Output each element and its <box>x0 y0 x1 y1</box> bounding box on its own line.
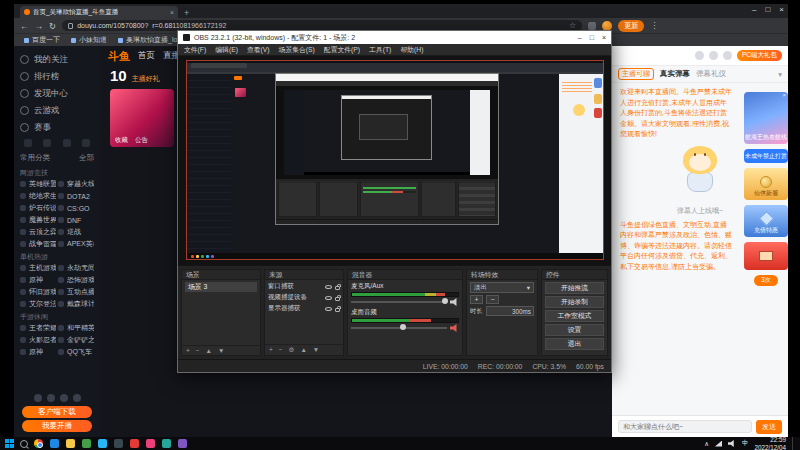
category-all-link[interactable]: 全部 <box>79 153 94 163</box>
user-avatar-icon[interactable] <box>723 51 732 60</box>
quick-category-icon[interactable] <box>43 139 51 147</box>
douyu-logo[interactable]: 斗鱼 <box>108 49 130 64</box>
show-desktop-button[interactable] <box>792 437 795 450</box>
volume-slider[interactable] <box>351 324 459 332</box>
scene-down-button[interactable]: ▼ <box>218 347 224 354</box>
recent-game-icon[interactable] <box>73 394 81 402</box>
source-properties-gear-icon[interactable]: ⚙ <box>289 346 295 354</box>
taskbar-clock[interactable]: 22:59 2022/12/04 <box>754 436 786 450</box>
quick-category-icon[interactable] <box>82 139 90 147</box>
streamer-avatar-card[interactable]: 收藏公告 <box>110 89 174 147</box>
game-icon[interactable] <box>130 439 139 448</box>
category-item[interactable]: DOTA2 <box>58 191 94 201</box>
gold-event-banner[interactable]: 仙侠新服 <box>744 168 788 200</box>
source-item[interactable]: 窗口捕获 <box>268 282 340 291</box>
client-download-button[interactable]: 客户端下载 <box>22 406 92 418</box>
lock-icon[interactable] <box>335 297 340 301</box>
close-icon[interactable]: × <box>782 92 786 98</box>
avatar-action[interactable]: 公告 <box>135 136 148 145</box>
scene-up-button[interactable]: ▲ <box>206 347 212 354</box>
recent-game-icon[interactable] <box>47 394 55 402</box>
close-button[interactable]: × <box>779 5 784 14</box>
source-down-button[interactable]: ▼ <box>313 346 319 354</box>
category-item[interactable]: 王者荣耀 <box>20 323 56 333</box>
profile-avatar[interactable] <box>602 21 612 31</box>
browser-menu-icon[interactable]: ⋮ <box>650 21 658 30</box>
forward-icon[interactable]: → <box>35 21 44 31</box>
obs-icon[interactable] <box>114 439 123 448</box>
category-item[interactable]: 战争雷霆 <box>20 239 56 249</box>
category-item[interactable]: 穿越火线 <box>58 179 94 189</box>
sidebar-item-discover[interactable]: 发现中心 <box>20 85 94 102</box>
sidebar-item-esports[interactable]: 赛事 <box>20 119 94 136</box>
lock-icon[interactable] <box>335 286 340 290</box>
bookmark-item[interactable]: 小妹知道 <box>71 35 107 45</box>
obs-control-button[interactable]: 开始推流 <box>545 282 604 294</box>
category-item[interactable]: 戴森球计划 <box>58 299 94 309</box>
category-item[interactable]: QQ飞车 <box>58 347 94 357</box>
remove-transition-button[interactable]: − <box>486 295 499 304</box>
start-button[interactable] <box>5 439 14 448</box>
chevron-down-icon[interactable]: ▾ <box>778 70 782 79</box>
obs-menu-item[interactable]: 帮助(H) <box>400 45 423 55</box>
chrome-update-button[interactable]: 更新 <box>618 20 644 32</box>
topnav-link[interactable]: 首页 <box>138 50 155 62</box>
add-transition-button[interactable]: + <box>470 295 483 304</box>
close-button[interactable]: × <box>602 34 606 41</box>
browser-tab[interactable]: 首页_吴琳欣怡直播_斗鱼直播 × <box>20 6 178 18</box>
search-icon[interactable] <box>20 440 28 448</box>
category-item[interactable]: 永劫无间 <box>58 263 94 273</box>
remove-source-button[interactable]: − <box>279 346 283 354</box>
message-icon[interactable] <box>695 51 704 60</box>
visibility-eye-icon[interactable] <box>325 296 332 300</box>
sidebar-item-cloudgame[interactable]: 云游戏 <box>20 102 94 119</box>
obs-control-button[interactable]: 开始录制 <box>545 296 604 308</box>
obs-menu-item[interactable]: 编辑(E) <box>215 45 238 55</box>
minor-protection-banner[interactable]: 未成年禁止打赏 <box>744 149 788 163</box>
bookmark-star-icon[interactable]: ☆ <box>569 21 576 30</box>
tab-close-icon[interactable]: × <box>170 9 174 16</box>
quick-category-icon[interactable] <box>24 139 32 147</box>
volume-slider[interactable] <box>351 298 459 306</box>
maximize-button[interactable]: □ <box>765 5 770 14</box>
send-button[interactable]: 发送 <box>756 420 782 434</box>
category-item[interactable]: APEX英雄 <box>58 239 94 249</box>
visibility-eye-icon[interactable] <box>325 307 332 311</box>
add-source-button[interactable]: + <box>269 346 273 354</box>
duration-spinbox[interactable]: 300ms <box>486 306 534 316</box>
category-item[interactable]: 金铲铲之战 <box>58 335 94 345</box>
red-packet-banner[interactable] <box>744 242 788 270</box>
obs-menu-item[interactable]: 工具(T) <box>369 45 391 55</box>
screen-capture-source[interactable] <box>187 61 603 259</box>
category-item[interactable]: 逆战 <box>58 227 94 237</box>
network-icon[interactable] <box>715 441 722 447</box>
obs-menu-item[interactable]: 文件(F) <box>184 45 206 55</box>
minimize-button[interactable]: – <box>752 5 756 14</box>
pc-gift-pill[interactable]: PC端大礼包 <box>737 50 782 61</box>
bookmark-item[interactable]: 百度一下 <box>24 35 60 45</box>
category-item[interactable]: 云顶之弈 <box>20 227 56 237</box>
recharge-banner[interactable]: 充值特惠 <box>744 205 788 237</box>
lock-icon[interactable] <box>335 308 340 312</box>
mail-icon[interactable] <box>178 439 187 448</box>
category-item[interactable]: CS:GO <box>58 203 94 213</box>
category-item[interactable]: 原神 <box>20 347 56 357</box>
category-item[interactable]: 怀旧游戏 <box>20 287 56 297</box>
qq-icon[interactable] <box>98 439 107 448</box>
chat-input[interactable] <box>618 420 752 433</box>
category-item[interactable]: 艾尔登法环 <box>20 299 56 309</box>
service-icon[interactable] <box>709 51 718 60</box>
source-up-button[interactable]: ▲ <box>300 346 306 354</box>
tab-host-chat[interactable]: 主播可聊 <box>618 68 654 80</box>
scene-item[interactable]: 场景 3 <box>185 282 257 292</box>
store-icon[interactable] <box>162 439 171 448</box>
obs-menu-item[interactable]: 配置文件(P) <box>324 45 360 55</box>
red-packet-count-badge[interactable]: 3次 <box>754 275 778 286</box>
obs-control-button[interactable]: 工作室模式 <box>545 310 604 322</box>
chrome-icon[interactable] <box>34 439 43 448</box>
category-item[interactable]: 主机游戏 <box>20 263 56 273</box>
reload-icon[interactable]: ↻ <box>49 21 56 31</box>
music-icon[interactable] <box>146 439 155 448</box>
add-scene-button[interactable]: + <box>186 347 190 354</box>
obs-menu-item[interactable]: 查看(V) <box>247 45 270 55</box>
